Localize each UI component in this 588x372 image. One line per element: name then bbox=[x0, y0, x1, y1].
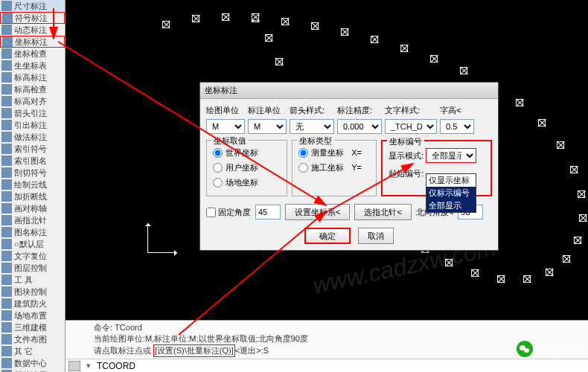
anno-unit-select[interactable]: M bbox=[248, 119, 287, 134]
label-anno-unit: 标注单位 bbox=[248, 105, 287, 116]
sidebar-item[interactable]: 符号标注 bbox=[0, 12, 65, 24]
sidebar-item[interactable]: 图层控制 bbox=[0, 262, 65, 274]
sidebar-item[interactable]: 加折断线 bbox=[0, 190, 65, 202]
sidebar-item-icon bbox=[1, 263, 12, 273]
sidebar-item[interactable]: 数据中心 bbox=[0, 357, 65, 369]
sidebar-item[interactable]: ○默认层 bbox=[0, 238, 65, 250]
sidebar-item-icon bbox=[1, 167, 12, 178]
curve-point[interactable] bbox=[341, 28, 348, 36]
curve-point[interactable] bbox=[574, 237, 581, 244]
curve-point[interactable] bbox=[311, 22, 319, 30]
sidebar-item[interactable]: 绘制云线 bbox=[0, 179, 65, 190]
curve-point[interactable] bbox=[222, 13, 229, 21]
dialog-titlebar[interactable]: 坐标标注 bbox=[200, 83, 498, 99]
radio-construct[interactable]: 施工坐标Y= bbox=[298, 160, 370, 175]
sidebar-item-icon bbox=[1, 203, 12, 214]
sidebar-item[interactable]: 箭头引注 bbox=[0, 107, 65, 119]
sidebar-item-icon bbox=[1, 132, 12, 142]
radio-survey[interactable]: 测量坐标X= bbox=[298, 145, 370, 160]
curve-point[interactable] bbox=[516, 99, 523, 106]
curve-point[interactable] bbox=[460, 67, 467, 74]
curve-point[interactable] bbox=[546, 269, 553, 276]
cmd-caret-icon: ▾ bbox=[83, 361, 94, 371]
sidebar-item[interactable]: 标高对齐 bbox=[0, 95, 65, 107]
set-coord-button[interactable]: 设置坐标系< bbox=[285, 204, 350, 220]
sidebar-item-icon bbox=[1, 179, 12, 190]
sidebar-item-icon bbox=[2, 36, 13, 47]
sidebar-item[interactable]: 工 具 bbox=[0, 274, 65, 286]
sidebar-item[interactable]: 标高检查 bbox=[0, 83, 65, 95]
sidebar-item[interactable]: 尺寸标注 bbox=[0, 0, 65, 12]
sidebar-item[interactable]: 其 它 bbox=[0, 345, 65, 357]
sidebar-item-icon bbox=[1, 251, 12, 261]
sidebar-item-icon bbox=[1, 286, 12, 297]
curve-point[interactable] bbox=[275, 58, 283, 65]
height-select[interactable]: 0.5 bbox=[440, 119, 474, 134]
sidebar-item-icon bbox=[1, 358, 12, 368]
command-input-row[interactable]: ▾ TCOORD bbox=[65, 359, 588, 372]
curve-point[interactable] bbox=[445, 259, 453, 266]
sidebar-item[interactable]: 剖切符号 bbox=[0, 167, 65, 179]
curve-point[interactable] bbox=[563, 255, 570, 263]
sidebar-item[interactable]: 索引符号 bbox=[0, 143, 65, 155]
curve-point[interactable] bbox=[578, 190, 585, 198]
sidebar-item[interactable]: 动态标注 bbox=[0, 24, 65, 36]
sidebar-item[interactable]: 文字复位 bbox=[0, 250, 65, 262]
sidebar-item-icon bbox=[1, 120, 12, 130]
sidebar-item[interactable]: 三维建模 bbox=[0, 321, 65, 333]
radio-world[interactable]: 世界坐标 bbox=[213, 145, 281, 160]
sidebar-item[interactable]: 画对称轴 bbox=[0, 202, 65, 214]
arrow-select[interactable]: 无 bbox=[290, 119, 334, 134]
radio-user[interactable]: 用户坐标 bbox=[213, 160, 281, 175]
curve-point[interactable] bbox=[371, 36, 378, 43]
coord-dialog: 坐标标注 绘图单位 标注单位 箭头样式: 标注精度: 文字样式: 字高< M M… bbox=[199, 82, 499, 251]
ok-button[interactable]: 确定 bbox=[304, 228, 351, 244]
curve-point[interactable] bbox=[430, 55, 438, 62]
unit-select[interactable]: M bbox=[206, 119, 245, 134]
command-input[interactable]: TCOORD bbox=[97, 361, 135, 371]
angle-input[interactable] bbox=[255, 205, 281, 219]
sidebar-item[interactable]: 引出标注 bbox=[0, 119, 65, 131]
curve-point[interactable] bbox=[281, 18, 289, 25]
sidebar-item[interactable]: 图名标注 bbox=[0, 226, 65, 238]
fixed-angle-checkbox[interactable]: 固定角度 bbox=[206, 207, 251, 218]
curve-point[interactable] bbox=[579, 214, 587, 222]
sidebar-item[interactable]: 坐标标注 bbox=[0, 36, 65, 48]
curve-point[interactable] bbox=[538, 119, 546, 126]
sidebar-item[interactable]: 场地布置 bbox=[0, 310, 65, 321]
sidebar-item[interactable]: 图块控制 bbox=[0, 286, 65, 298]
display-mode-select[interactable]: 全部显示 bbox=[426, 148, 476, 163]
curve-point[interactable] bbox=[471, 269, 479, 277]
sidebar-item[interactable]: 生坐标表 bbox=[0, 60, 65, 71]
curve-point[interactable] bbox=[252, 13, 259, 21]
sidebar-item[interactable]: 标高标注 bbox=[0, 71, 65, 83]
command-history: 命令: TCoord 当前绘图单位:M,标注单位:M;以世界坐标取值;北向角度9… bbox=[65, 320, 588, 359]
radio-site[interactable]: 场地坐标 bbox=[213, 175, 281, 190]
sidebar-item[interactable]: 索引图名 bbox=[0, 155, 65, 167]
sidebar-item-icon bbox=[1, 322, 12, 333]
sidebar-item[interactable]: 文件布图 bbox=[0, 333, 65, 345]
curve-point[interactable] bbox=[570, 166, 578, 173]
label-arrow: 箭头样式: bbox=[290, 105, 334, 116]
curve-point[interactable] bbox=[265, 34, 272, 42]
label-style: 文字样式: bbox=[385, 105, 437, 116]
sidebar-item[interactable]: 帮助演示 bbox=[0, 369, 65, 372]
pick-north-button[interactable]: 选指北针< bbox=[354, 204, 411, 220]
sidebar-item[interactable]: 坐标检查 bbox=[0, 48, 65, 60]
curve-point[interactable] bbox=[192, 15, 199, 22]
sidebar-item[interactable]: 做法标注 bbox=[0, 131, 65, 143]
precision-select[interactable]: 0.000 bbox=[337, 119, 382, 134]
sidebar-item[interactable]: 画指北针 bbox=[0, 214, 65, 226]
curve-point[interactable] bbox=[162, 21, 170, 28]
curve-point[interactable] bbox=[497, 275, 505, 283]
cancel-button[interactable]: 取消 bbox=[358, 228, 394, 244]
sidebar-item-icon bbox=[1, 144, 12, 154]
curve-point[interactable] bbox=[400, 45, 408, 52]
display-mode-dropdown[interactable]: 仅显示坐标 仅标示编号 全部显示 bbox=[426, 173, 476, 213]
sidebar-item-icon bbox=[1, 72, 12, 83]
sidebar-item[interactable]: 建筑防火 bbox=[0, 298, 65, 310]
curve-point[interactable] bbox=[523, 275, 531, 283]
style-select[interactable]: _TCH_DIM bbox=[385, 119, 437, 134]
wechat-icon bbox=[517, 341, 533, 357]
curve-point[interactable] bbox=[557, 141, 564, 149]
